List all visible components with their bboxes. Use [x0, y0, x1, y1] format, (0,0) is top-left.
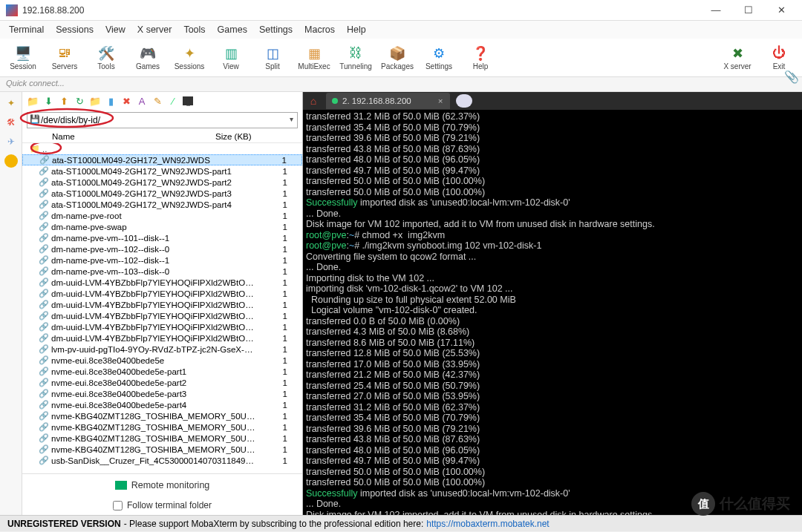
- file-row[interactable]: 🔗dm-uuid-LVM-4YBZbbFlp7YlEYHOQiFlPXld2WB…: [22, 332, 302, 344]
- new-tab-button[interactable]: [456, 94, 472, 108]
- menu-tools[interactable]: Tools: [183, 24, 205, 35]
- file-row[interactable]: 🔗ata-ST1000LM049-2GH172_WN92JWDS1: [22, 154, 302, 165]
- minimize-button[interactable]: —: [701, 1, 731, 19]
- terminal-pane[interactable]: ⌂ 2. 192.168.88.200 × transferred 31.2 M…: [303, 92, 802, 515]
- file-row[interactable]: 🔗nvme-KBG40ZMT128G_TOSHIBA_MEMORY_50UPC3…: [22, 444, 302, 455]
- file-row[interactable]: 🔗usb-SanDisk__Cruzer_Fit_4C5300001407031…: [22, 455, 302, 466]
- menu-games[interactable]: Games: [218, 24, 247, 35]
- watermark-text: 什么值得买: [720, 494, 790, 513]
- file-row[interactable]: 🔗ata-ST1000LM049-2GH172_WN92JWDS-part31: [22, 188, 302, 199]
- file-row[interactable]: 🔗ata-ST1000LM049-2GH172_WN92JWDS-part41: [22, 199, 302, 210]
- menu-x-server[interactable]: X server: [137, 24, 172, 35]
- menu-help[interactable]: Help: [347, 24, 366, 35]
- toolbar-multiexec[interactable]: ▦MultiExec: [297, 45, 331, 70]
- session-tab[interactable]: 2. 192.168.88.200 ×: [326, 93, 450, 109]
- file-row[interactable]: 🔗nvme-KBG40ZMT128G_TOSHIBA_MEMORY_50UPC3…: [22, 433, 302, 444]
- col-name[interactable]: Name: [22, 132, 215, 141]
- file-list-header[interactable]: Name Size (KB): [22, 131, 302, 143]
- file-row[interactable]: 🔗dm-uuid-LVM-4YBZbbFlp7YlEYHOQiFlPXld2WB…: [22, 288, 302, 299]
- file-row[interactable]: 🔗nvme-eui.8ce38e0400bede5e-part41: [22, 399, 302, 410]
- file-row[interactable]: 🔗ata-ST1000LM049-2GH172_WN92JWDS-part21: [22, 177, 302, 188]
- file-row[interactable]: 🔗dm-name-pve-swap1: [22, 221, 302, 232]
- file-row[interactable]: 🔗nvme-eui.8ce38e0400bede5e-part11: [22, 366, 302, 377]
- remote-monitoring-bar[interactable]: Remote monitoring: [22, 473, 302, 496]
- menu-terminal[interactable]: Terminal: [9, 24, 44, 35]
- app-icon: [6, 4, 18, 16]
- menu-settings[interactable]: Settings: [259, 24, 293, 35]
- menu-view[interactable]: View: [105, 24, 125, 35]
- file-row[interactable]: 🔗nvme-eui.8ce38e0400bede5e-part21: [22, 377, 302, 388]
- wand-icon[interactable]: ⁄: [167, 95, 179, 107]
- menu-macros[interactable]: Macros: [304, 24, 335, 35]
- toolbar-settings[interactable]: ⚙Settings: [422, 45, 456, 70]
- tab-close-icon[interactable]: ×: [438, 96, 443, 105]
- toolbar-servers[interactable]: 🖳Servers: [48, 45, 82, 70]
- sessions-icon: ✦: [181, 45, 198, 62]
- toolbar-split[interactable]: ◫Split: [255, 45, 290, 70]
- file-icon: 🔗: [39, 266, 49, 276]
- file-row[interactable]: 🔗ata-ST1000LM049-2GH172_WN92JWDS-part11: [22, 165, 302, 177]
- file-row[interactable]: 🔗lvm-pv-uuid-pgTIo4-9YOy-RVdZ-bTPZ-jc2N-…: [22, 344, 302, 355]
- file-list[interactable]: 📁.. 🔗ata-ST1000LM049-2GH172_WN92JWDS1🔗at…: [22, 143, 302, 471]
- download-icon[interactable]: ⬇: [42, 95, 54, 107]
- toolbar-view[interactable]: ▥View: [214, 45, 248, 70]
- circle-icon[interactable]: [4, 154, 18, 168]
- file-name: dm-uuid-LVM-4YBZbbFlp7YlEYHOQiFlPXld2WBt…: [51, 323, 258, 332]
- disk-icon: 💾: [30, 114, 40, 124]
- menu-sessions[interactable]: Sessions: [56, 24, 94, 35]
- toolbar-packages[interactable]: 📦Packages: [380, 45, 414, 70]
- file-row[interactable]: 🔗dm-uuid-LVM-4YBZbbFlp7YlEYHOQiFlPXld2WB…: [22, 310, 302, 321]
- home-tab[interactable]: ⌂: [303, 95, 324, 107]
- toolbar-session[interactable]: 🖥️Session: [6, 45, 40, 70]
- delete-icon[interactable]: ✖: [120, 95, 132, 107]
- quick-connect-bar[interactable]: Quick connect...: [0, 77, 802, 92]
- file-row[interactable]: 🔗nvme-KBG40ZMT128G_TOSHIBA_MEMORY_50UPC3…: [22, 421, 302, 433]
- newfolder-icon[interactable]: 📁: [89, 95, 101, 107]
- file-row[interactable]: 🔗dm-uuid-LVM-4YBZbbFlp7YlEYHOQiFlPXld2WB…: [22, 299, 302, 310]
- toolbar-exit[interactable]: ⏻Exit: [762, 45, 796, 70]
- file-icon: 🔗: [39, 222, 49, 231]
- file-size: 1: [258, 367, 302, 376]
- servers-icon: 🖳: [56, 45, 73, 62]
- macros-icon[interactable]: ✦: [4, 96, 18, 110]
- file-row[interactable]: 🔗nvme-KBG40ZMT128G_TOSHIBA_MEMORY_50UPC3…: [22, 410, 302, 421]
- paperplane-icon[interactable]: ✈: [4, 135, 18, 148]
- file-row[interactable]: 🔗dm-name-pve-vm--102--disk--11: [22, 254, 302, 266]
- chevron-down-icon[interactable]: ▾: [290, 115, 293, 123]
- file-row[interactable]: 🔗nvme-eui.8ce38e0400bede5e1: [22, 355, 302, 366]
- toolbar-tools[interactable]: 🛠️Tools: [89, 45, 123, 70]
- terminal-body[interactable]: transferred 31.2 MiB of 50.0 MiB (62.37%…: [303, 110, 802, 515]
- col-size[interactable]: Size (KB): [215, 132, 282, 141]
- file-row[interactable]: 🔗dm-name-pve-vm--101--disk--11: [22, 232, 302, 243]
- toolbar-sessions[interactable]: ✦Sessions: [172, 45, 206, 70]
- file-icon: 🔗: [39, 400, 49, 410]
- path-input[interactable]: [27, 112, 298, 128]
- paperclip-icon[interactable]: 📎: [784, 70, 799, 84]
- bookmark-icon[interactable]: A: [136, 95, 148, 107]
- upload-icon[interactable]: ⬆: [58, 95, 70, 107]
- refresh-icon[interactable]: ↻: [74, 95, 85, 107]
- toolbar-x server[interactable]: ✖X server: [720, 45, 754, 70]
- file-row[interactable]: 🔗dm-uuid-LVM-4YBZbbFlp7YlEYHOQiFlPXld2WB…: [22, 321, 302, 332]
- file-row[interactable]: 🔗nvme-eui.8ce38e0400bede5e-part31: [22, 388, 302, 399]
- terminal-icon[interactable]: ▮: [183, 96, 193, 105]
- newfile-icon[interactable]: ▮: [105, 95, 117, 107]
- file-row[interactable]: 🔗dm-name-pve-root1: [22, 210, 302, 221]
- file-row[interactable]: 🔗dm-name-pve-vm--103--disk--01: [22, 266, 302, 277]
- maximize-button[interactable]: ☐: [734, 1, 763, 19]
- tools-icon[interactable]: 🛠: [4, 116, 18, 129]
- follow-terminal-checkbox[interactable]: [113, 501, 123, 510]
- edit-icon[interactable]: ✎: [151, 95, 163, 107]
- folder-up-icon[interactable]: 📁: [27, 95, 39, 107]
- file-row[interactable]: 🔗dm-name-pve-vm--102--disk--01: [22, 243, 302, 254]
- file-name: nvme-eui.8ce38e0400bede5e: [51, 356, 258, 365]
- status-link[interactable]: https://mobaxterm.mobatek.net: [426, 519, 549, 529]
- toolbar-games[interactable]: 🎮Games: [131, 45, 165, 70]
- file-size: 1: [258, 223, 302, 231]
- follow-terminal-bar[interactable]: Follow terminal folder: [22, 496, 302, 515]
- up-dir[interactable]: 📁..: [22, 143, 302, 154]
- file-row[interactable]: 🔗dm-uuid-LVM-4YBZbbFlp7YlEYHOQiFlPXld2WB…: [22, 277, 302, 288]
- toolbar-help[interactable]: ❓Help: [463, 45, 498, 70]
- toolbar-tunneling[interactable]: ⛓Tunneling: [339, 45, 373, 70]
- close-button[interactable]: ✕: [766, 1, 796, 19]
